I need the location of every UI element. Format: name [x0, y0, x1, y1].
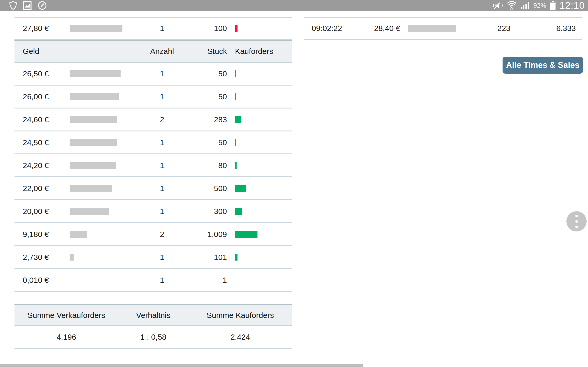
- summary-header-verhaeltnis: Verhältnis: [118, 311, 188, 320]
- anzahl-cell: 1: [138, 138, 186, 147]
- bid-order-row[interactable]: 0,010 € 1 1: [15, 269, 292, 292]
- price-cell: 2,730 €: [15, 253, 69, 262]
- stueck-cell: 300: [186, 207, 227, 216]
- bid-order-row[interactable]: 20,00 € 1 300: [15, 200, 292, 223]
- shield-icon: [9, 1, 17, 10]
- anzahl-cell: 1: [138, 276, 186, 285]
- price-bar: [69, 70, 121, 77]
- summary-value-verhaeltnis: 1 : 0,58: [118, 333, 188, 342]
- status-bar-left: [9, 0, 47, 11]
- price-cell: 26,50 €: [15, 69, 69, 78]
- alle-times-sales-button[interactable]: Alle Times & Sales: [502, 57, 583, 74]
- stueck-cell: 1: [186, 276, 227, 285]
- buy-volume-bar: [235, 162, 237, 169]
- screenshot-icon: [23, 1, 32, 10]
- anzahl-cell: 1: [138, 24, 186, 33]
- trade-time-cell: 09:02:22: [304, 24, 361, 33]
- stueck-cell: 50: [186, 69, 227, 78]
- stueck-cell: 101: [186, 253, 227, 262]
- trade-volume-cell: 6.333: [510, 24, 576, 33]
- anzahl-cell: 2: [138, 230, 186, 239]
- times-sales-row[interactable]: 09:02:22 28,40 € 223 6.333: [304, 17, 582, 40]
- bid-order-row[interactable]: 24,60 € 2 283: [15, 108, 292, 131]
- sell-order-row[interactable]: 27,80 € 1 100: [15, 17, 292, 40]
- more-vertical-icon: [575, 215, 578, 217]
- price-bar: [69, 93, 119, 100]
- price-bar: [69, 208, 109, 215]
- stueck-cell: 50: [186, 92, 227, 101]
- anzahl-cell: 1: [138, 161, 186, 170]
- price-bar: [69, 25, 122, 32]
- anzahl-cell: 1: [138, 253, 186, 262]
- more-options-fab[interactable]: [566, 211, 587, 232]
- orderbook-table: 27,80 € 1 100 Geld Anzahl Stück Kauforde…: [15, 17, 292, 292]
- price-cell: 20,00 €: [15, 207, 69, 216]
- price-cell: 27,80 €: [15, 24, 69, 33]
- status-bar-right: 92% 12:10: [493, 0, 585, 11]
- anzahl-cell: 1: [138, 184, 186, 193]
- price-bar: [69, 277, 70, 284]
- stueck-cell: 50: [186, 138, 227, 147]
- summary-header-kauforders: Summe Kauforders: [188, 311, 292, 320]
- status-time: 12:10: [560, 0, 585, 11]
- orderbook-header: Geld Anzahl Stück Kauforders: [15, 40, 292, 63]
- price-cell: 24,50 €: [15, 138, 69, 147]
- stueck-cell: 80: [186, 161, 227, 170]
- signal-icon: [520, 1, 530, 10]
- trade-price-bar: [408, 25, 456, 32]
- summary-header: Summe Verkauforders Verhältnis Summe Kau…: [15, 304, 292, 326]
- bid-order-row[interactable]: 26,50 € 1 50: [15, 63, 292, 85]
- anzahl-cell: 1: [138, 92, 186, 101]
- trade-price-cell: 28,40 €: [361, 24, 400, 33]
- price-bar: [69, 162, 116, 169]
- price-bar: [69, 254, 74, 261]
- wifi-icon: [507, 1, 517, 10]
- verkauforders-bar-cell: [227, 25, 292, 32]
- price-cell: 22,00 €: [15, 184, 69, 193]
- summary-values: 4.196 1 : 0,58 2.424: [15, 326, 292, 349]
- summary-header-verkauforders: Summe Verkauforders: [15, 311, 118, 320]
- col-header-anzahl: Anzahl: [138, 47, 186, 56]
- buy-volume-bar: [235, 185, 246, 192]
- price-bar: [69, 185, 112, 192]
- stueck-cell: 1.009: [186, 230, 227, 239]
- price-cell: 26,00 €: [15, 92, 69, 101]
- anzahl-cell: 1: [138, 69, 186, 78]
- bid-order-row[interactable]: 2,730 € 1 101: [15, 246, 292, 269]
- price-cell: 24,60 €: [15, 115, 69, 124]
- anzahl-cell: 2: [138, 115, 186, 124]
- price-bar: [69, 139, 117, 146]
- battery-icon: [550, 1, 556, 10]
- price-bar-cell: [69, 25, 138, 32]
- times-and-sales-table: 09:02:22 28,40 € 223 6.333: [304, 17, 582, 40]
- bid-order-row[interactable]: 22,00 € 1 500: [15, 177, 292, 200]
- col-header-stueck: Stück: [186, 47, 227, 56]
- status-bar: 92% 12:10: [0, 0, 588, 11]
- buy-volume-bar: [235, 231, 258, 238]
- buy-volume-bar: [235, 254, 237, 261]
- anzahl-cell: 1: [138, 207, 186, 216]
- price-cell: 24,20 €: [15, 161, 69, 170]
- orderbook-summary: Summe Verkauforders Verhältnis Summe Kau…: [15, 304, 292, 349]
- price-bar: [69, 116, 117, 123]
- trade-count-cell: 223: [464, 24, 510, 33]
- bid-order-row[interactable]: 24,20 € 1 80: [15, 154, 292, 177]
- stueck-cell: 283: [186, 115, 227, 124]
- horizontal-scrollbar-thumb[interactable]: [0, 364, 363, 367]
- col-header-geld: Geld: [15, 47, 69, 56]
- sell-volume-bar: [235, 25, 237, 32]
- price-cell: 0,010 €: [15, 276, 69, 285]
- bid-order-row[interactable]: 24,50 € 1 50: [15, 131, 292, 154]
- vibrate-mute-icon: [493, 1, 503, 10]
- stueck-cell: 100: [186, 24, 227, 33]
- bid-order-row[interactable]: 26,00 € 1 50: [15, 85, 292, 108]
- bid-order-row[interactable]: 9,180 € 2 1.009: [15, 223, 292, 246]
- buy-volume-bar: [235, 116, 242, 123]
- price-cell: 9,180 €: [15, 230, 69, 239]
- summary-value-kauforders: 2.424: [188, 333, 292, 342]
- edit-icon: [38, 1, 47, 10]
- col-header-kauforders: Kauforders: [227, 47, 292, 56]
- buy-volume-bar: [235, 139, 236, 146]
- buy-volume-bar: [235, 70, 236, 77]
- stueck-cell: 500: [186, 184, 227, 193]
